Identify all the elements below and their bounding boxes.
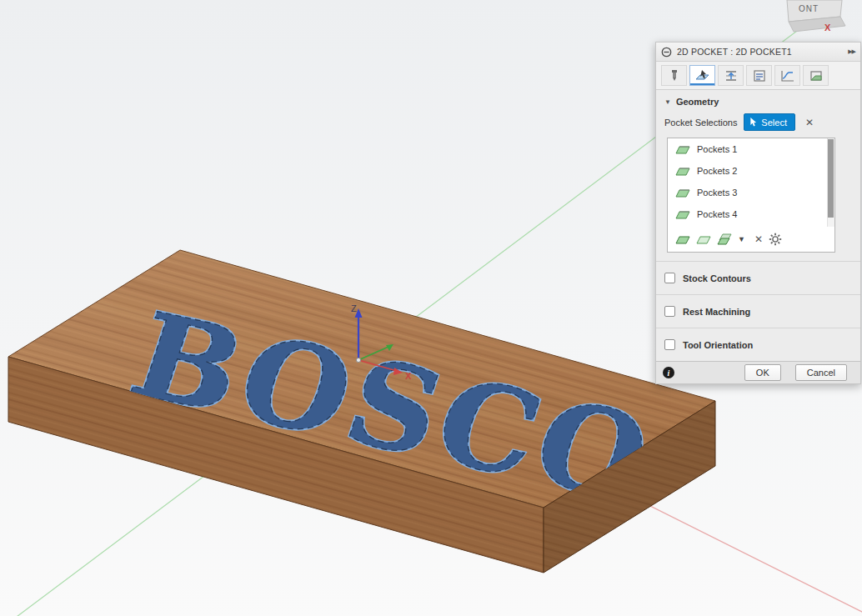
pocket-face-icon — [675, 166, 690, 177]
section-collapse-triangle-icon: ▼ — [664, 98, 671, 106]
view-cube[interactable]: ONT X — [787, 0, 845, 33]
geometry-section-label: Geometry — [676, 97, 719, 107]
list-scrollbar-thumb[interactable] — [828, 139, 834, 218]
pocket-list-item-1[interactable]: Pockets 1 — [668, 138, 834, 160]
view-cube-x-label: X — [824, 23, 831, 33]
pocket-selections-row: Pocket Selections Select ✕ — [656, 112, 860, 134]
tool-orientation-checkbox[interactable] — [664, 339, 675, 350]
clear-selection-icon[interactable]: ✕ — [805, 118, 814, 128]
cursor-arrow-icon — [749, 117, 757, 128]
info-icon[interactable]: i — [663, 367, 674, 378]
stock-contours-row: Stock Contours — [656, 261, 860, 294]
z-axis-label: Z — [351, 303, 357, 313]
view-cube-face-label: ONT — [799, 4, 819, 13]
geometry-section-header[interactable]: ▼ Geometry — [656, 90, 860, 112]
cancel-button[interactable]: Cancel — [795, 364, 847, 381]
pocket-item-label: Pockets 4 — [697, 209, 737, 219]
tab-heights[interactable] — [718, 65, 744, 86]
pocket-face-icon — [675, 188, 690, 198]
collapse-dialog-icon[interactable] — [661, 47, 672, 58]
ok-button[interactable]: OK — [744, 364, 781, 381]
select-button-label: Select — [761, 118, 787, 128]
info-icon-glyph: i — [668, 368, 670, 378]
tab-linking[interactable] — [774, 65, 800, 86]
rest-machining-label: Rest Machining — [683, 307, 750, 317]
tool-orientation-row: Tool Orientation — [656, 328, 860, 361]
tab-geometry[interactable] — [689, 65, 715, 86]
passes-icon — [752, 68, 767, 83]
x-axis-label: X — [405, 371, 412, 381]
selection-settings-gear-icon[interactable] — [769, 233, 782, 246]
select-stacked-mode-icon[interactable] — [717, 233, 732, 245]
tool-cutter-icon — [667, 68, 682, 83]
list-scrollbar[interactable] — [827, 138, 834, 227]
tab-stock[interactable] — [803, 65, 829, 86]
tab-tool[interactable] — [661, 65, 687, 86]
origin-point — [356, 358, 360, 362]
pocket-selections-label: Pocket Selections — [664, 118, 737, 128]
pocket-list-item-2[interactable]: Pockets 2 — [668, 160, 834, 182]
pocket-item-label: Pockets 3 — [697, 188, 737, 198]
pocket-face-icon — [675, 209, 690, 220]
2d-pocket-dialog: 2D POCKET : 2D POCKET1 ▶▶ — [655, 42, 861, 384]
pocket-item-label: Pockets 1 — [697, 144, 737, 154]
application-window: BOSCO BOSCO Z X ONT X — [0, 0, 862, 616]
dialog-footer: i OK Cancel — [656, 361, 860, 383]
stock-icon — [809, 68, 824, 83]
linking-icon — [780, 68, 795, 83]
rest-machining-row: Rest Machining — [656, 294, 860, 328]
dialog-tab-strip — [656, 62, 860, 90]
detach-dialog-icon[interactable]: ▶▶ — [848, 48, 855, 55]
pocket-list-rows: Pockets 1 Pockets 2 Pockets 3 — [668, 138, 834, 227]
pocket-list-item-4[interactable]: Pockets 4 — [668, 203, 834, 225]
heights-icon — [724, 68, 739, 83]
select-pocket-mode-icon[interactable] — [675, 234, 690, 245]
pocket-item-label: Pockets 2 — [697, 166, 737, 176]
pocket-face-icon — [675, 144, 690, 155]
dialog-titlebar[interactable]: 2D POCKET : 2D POCKET1 ▶▶ — [656, 43, 860, 62]
selection-mode-dropdown-icon[interactable]: ▼ — [738, 235, 745, 243]
tool-orientation-label: Tool Orientation — [683, 340, 753, 350]
dialog-title: 2D POCKET : 2D POCKET1 — [677, 47, 843, 57]
geometry-select-icon — [695, 68, 710, 83]
selection-mode-toolbar: ▼ ✕ — [668, 227, 834, 252]
tab-passes[interactable] — [746, 65, 772, 86]
rest-machining-checkbox[interactable] — [664, 306, 675, 317]
pocket-list-item-3[interactable]: Pockets 3 — [668, 182, 834, 203]
select-face-mode-icon[interactable] — [696, 234, 711, 245]
select-button[interactable]: Select — [744, 113, 795, 131]
stock-contours-checkbox[interactable] — [664, 273, 675, 283]
stock-contours-label: Stock Contours — [683, 273, 751, 283]
remove-selection-icon[interactable]: ✕ — [754, 234, 763, 244]
pocket-selection-list: Pockets 1 Pockets 2 Pockets 3 — [667, 138, 835, 253]
